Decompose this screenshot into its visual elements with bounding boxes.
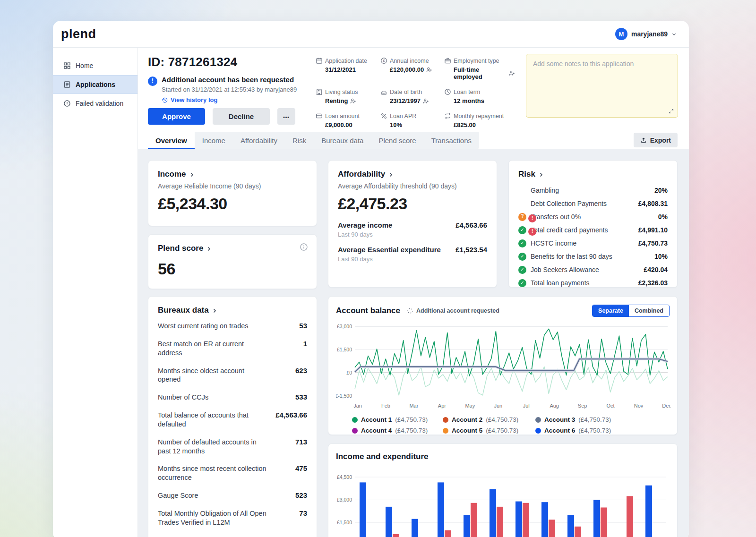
tab-bureaux-data[interactable]: Bureaux data <box>314 132 371 149</box>
sidebar-item-home[interactable]: Home <box>53 56 137 75</box>
meta-label-text: Date of birth <box>390 89 422 95</box>
bureaux-row-value: 475 <box>295 464 307 482</box>
risk-row-value: £4,991.10 <box>638 226 668 234</box>
export-button[interactable]: Export <box>634 133 678 147</box>
svg-text:Aug: Aug <box>550 403 559 409</box>
plend-score-card: Plend score 56 <box>148 234 317 289</box>
exclamation-circle-icon <box>528 228 536 236</box>
risk-title: Risk <box>518 170 535 179</box>
risk-row: Job Seekers Allowance£420.04 <box>518 263 668 276</box>
calendar-icon <box>316 57 323 64</box>
affordability-row-label: Average Essential expenditureLast 90 day… <box>338 246 441 263</box>
legend-amount: (£4,750.73) <box>486 427 518 434</box>
bureaux-row: Total Monthly Obligation of All Open Tra… <box>158 509 307 527</box>
bureaux-row-label: Total balance of accounts that defaulted <box>158 411 269 429</box>
plend-score-title: Plend score <box>158 244 203 253</box>
svg-text:Feb: Feb <box>381 403 390 409</box>
meta-value-text: £9,000.00 <box>325 121 352 128</box>
meta-value-text: £825.00 <box>454 121 476 128</box>
meta-value-text: 12 months <box>454 97 484 104</box>
pound-icon: £ <box>380 57 387 64</box>
tab-affordability[interactable]: Affordability <box>233 132 285 149</box>
account-balance-chart: £3,000£1,500£0£-1,500JanFebMarAprMayJunJ… <box>336 320 670 412</box>
bureaux-row-value: 1 <box>303 340 307 358</box>
chevron-right-icon[interactable] <box>212 308 217 314</box>
meta-value-text: Full-time employed <box>454 66 507 80</box>
notes-input[interactable] <box>526 54 678 117</box>
bureaux-row-value: 523 <box>295 491 307 500</box>
meta-loan-amount: Loan amount£9,000.00 <box>316 112 380 128</box>
risk-row: Debt Collection Payments£4,808.31 <box>518 197 668 210</box>
info-icon[interactable] <box>300 243 308 253</box>
check-circle-icon <box>518 279 526 287</box>
person-plus-icon[interactable] <box>350 98 356 104</box>
toggle-separate[interactable]: Separate <box>593 305 629 316</box>
risk-card: Risk Gambling20%Debt Collection Payments… <box>508 160 678 288</box>
more-actions-button[interactable] <box>277 108 295 125</box>
affordability-row: Average Essential expenditureLast 90 day… <box>338 246 487 263</box>
approve-button[interactable]: Approve <box>148 108 205 125</box>
meta-label: Loan term <box>444 88 515 95</box>
bureaux-row-label: Number of CCJs <box>158 393 269 402</box>
view-history-log-link[interactable]: View history log <box>162 96 297 103</box>
account-balance-card: Account balance Additional account reque… <box>328 296 678 435</box>
tab-plend-score[interactable]: Plend score <box>371 132 423 149</box>
user-menu[interactable]: M maryjane89 <box>615 28 677 40</box>
risk-row: HCSTC income£4,750.73 <box>518 237 668 250</box>
svg-text:Oct: Oct <box>607 403 615 409</box>
bureaux-row-label: Best match on ER at current address <box>158 340 269 358</box>
chevron-right-icon[interactable] <box>538 172 544 178</box>
sidebar-item-applications[interactable]: Applications <box>53 75 137 94</box>
person-plus-icon[interactable] <box>508 70 515 77</box>
sidebar: HomeApplicationsFailed validation <box>53 48 138 537</box>
meta-value-text: Renting <box>325 97 348 104</box>
tab-income[interactable]: Income <box>195 132 233 149</box>
meta-employment-type: Employment typeFull-time employed <box>444 57 515 80</box>
legend-amount: (£4,750.73) <box>578 416 611 423</box>
tab-overview[interactable]: Overview <box>148 132 195 149</box>
sidebar-item-label: Failed validation <box>76 100 123 107</box>
bureaux-row-value: 73 <box>299 509 307 527</box>
chevron-right-icon[interactable] <box>206 246 212 252</box>
clock-icon <box>444 88 451 95</box>
meta-label-text: Loan APR <box>390 113 416 119</box>
risk-row: Benefits for the last 90 days10% <box>518 250 668 263</box>
expand-notes-icon[interactable] <box>668 108 674 114</box>
toggle-combined[interactable]: Combined <box>629 305 669 316</box>
decline-button[interactable]: Decline <box>213 108 270 125</box>
risk-row-value: £2,326.03 <box>638 279 668 287</box>
account-balance-title: Account balance <box>336 306 400 315</box>
account-legend: Account 1(£4,750.73)Account 2(£4,750.73)… <box>352 416 670 434</box>
svg-text:£-1,500: £-1,500 <box>336 393 352 399</box>
chevron-right-icon[interactable] <box>388 172 394 178</box>
tab-transactions[interactable]: Transactions <box>424 132 479 149</box>
bureaux-row-value: 533 <box>295 393 307 402</box>
bureaux-row: Months since oldest account opened623 <box>158 367 307 384</box>
affordability-subtitle: Average Affordability threshold (90 days… <box>338 182 487 190</box>
bureaux-row-label: Gauge Score <box>158 491 269 500</box>
person-plus-icon[interactable] <box>426 67 432 73</box>
risk-row-label: Debt Collection Payments <box>531 200 634 207</box>
meta-label: £Annual income <box>380 57 444 64</box>
check-circle-icon <box>518 239 526 247</box>
risk-row: Total credit card payments£4,991.10 <box>518 223 668 237</box>
meta-value: Full-time employed <box>454 66 515 80</box>
bureaux-row-label: Months since most recent collection occu… <box>158 464 269 482</box>
tab-risk[interactable]: Risk <box>285 132 314 149</box>
meta-value: £9,000.00 <box>325 121 380 128</box>
person-plus-icon[interactable] <box>422 98 429 104</box>
risk-row-label: Job Seekers Allowance <box>531 266 639 273</box>
risk-row-value: 20% <box>654 187 668 194</box>
risk-row: Transfers out 0%0% <box>518 210 668 223</box>
risk-row-value: £4,808.31 <box>638 200 668 207</box>
avatar[interactable]: M <box>615 28 627 40</box>
bureaux-data-card: Bureaux data Worst current rating on tra… <box>148 296 317 537</box>
bureaux-row: Months since most recent collection occu… <box>158 464 307 482</box>
spinner-icon <box>407 307 413 314</box>
meta-label-text: Employment type <box>454 58 499 64</box>
legend-label: Account 4 <box>361 427 392 434</box>
risk-row-label: HCSTC income <box>531 239 634 247</box>
legend-amount: (£4,750.73) <box>395 416 428 423</box>
sidebar-item-failed-validation[interactable]: Failed validation <box>53 94 137 113</box>
chevron-right-icon[interactable] <box>189 172 195 178</box>
